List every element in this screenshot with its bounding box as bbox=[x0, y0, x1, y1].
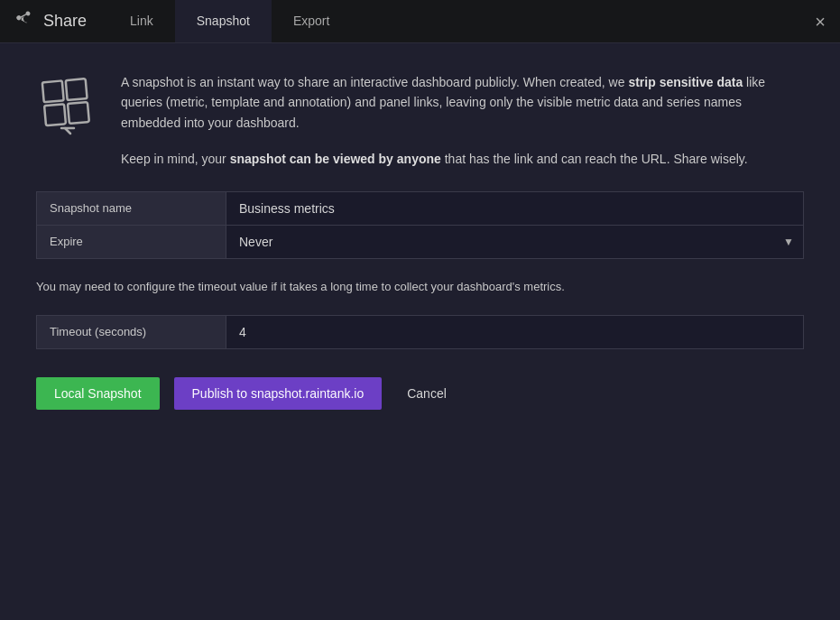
svg-rect-3 bbox=[68, 102, 89, 124]
modal-body: A snapshot is an instant way to share an… bbox=[0, 43, 840, 439]
description-paragraph-1: A snapshot is an instant way to share an… bbox=[121, 72, 804, 133]
modal-container: Share Link Snapshot Export × bbox=[0, 0, 840, 620]
timeout-info-text: You may need to configure the timeout va… bbox=[36, 280, 804, 293]
local-snapshot-button[interactable]: Local Snapshot bbox=[36, 377, 160, 410]
modal-header: Share Link Snapshot Export × bbox=[0, 0, 840, 43]
close-button[interactable]: × bbox=[815, 11, 826, 32]
timeout-label: Timeout (seconds) bbox=[37, 316, 226, 348]
tabs: Link Snapshot Export bbox=[108, 0, 351, 42]
tab-export[interactable]: Export bbox=[272, 0, 351, 42]
snapshot-name-row: Snapshot name bbox=[36, 191, 804, 226]
cancel-button[interactable]: Cancel bbox=[396, 377, 457, 410]
expire-select[interactable]: Never 1 Hour 1 Day 1 Week bbox=[226, 226, 803, 258]
svg-rect-2 bbox=[44, 104, 66, 125]
tab-link[interactable]: Link bbox=[108, 0, 175, 42]
snapshot-icon bbox=[36, 72, 99, 135]
description-area: A snapshot is an instant way to share an… bbox=[121, 72, 804, 170]
publish-button[interactable]: Publish to snapshot.raintank.io bbox=[174, 377, 383, 410]
description-paragraph-2: Keep in mind, your snapshot can be viewe… bbox=[121, 149, 804, 169]
svg-rect-1 bbox=[66, 79, 88, 100]
snapshot-form: Snapshot name Expire Never 1 Hour 1 Day … bbox=[36, 191, 804, 259]
tab-snapshot[interactable]: Snapshot bbox=[175, 0, 272, 42]
snapshot-name-label: Snapshot name bbox=[37, 192, 226, 225]
expire-row: Expire Never 1 Hour 1 Day 1 Week ▼ bbox=[36, 225, 804, 259]
action-buttons: Local Snapshot Publish to snapshot.raint… bbox=[36, 377, 804, 410]
expire-label: Expire bbox=[37, 226, 226, 258]
snapshot-name-input[interactable] bbox=[226, 192, 803, 225]
modal-title: Share bbox=[43, 12, 87, 31]
header-title-area: Share bbox=[0, 10, 101, 32]
expire-select-wrapper: Never 1 Hour 1 Day 1 Week ▼ bbox=[226, 226, 803, 258]
share-icon bbox=[14, 10, 32, 32]
svg-rect-0 bbox=[42, 80, 64, 102]
timeout-input[interactable] bbox=[226, 316, 803, 348]
timeout-row: Timeout (seconds) bbox=[36, 315, 804, 349]
timeout-section: Timeout (seconds) bbox=[36, 315, 804, 349]
intro-section: A snapshot is an instant way to share an… bbox=[36, 72, 804, 170]
